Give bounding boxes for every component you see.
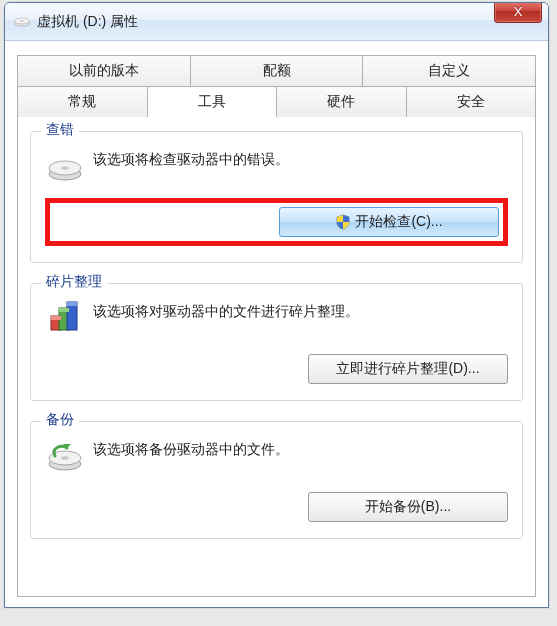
drive-check-icon (45, 144, 85, 184)
titlebar: 虚拟机 (D:) 属性 X (5, 3, 548, 41)
drive-icon (13, 15, 31, 29)
tab-tools[interactable]: 工具 (147, 86, 278, 118)
svg-rect-10 (59, 308, 69, 312)
tab-row-upper: 以前的版本 配额 自定义 (17, 55, 536, 87)
start-backup-button[interactable]: 开始备份(B)... (308, 492, 508, 522)
group-defrag: 碎片整理 该选项将对驱动器中的文件进行 (30, 283, 523, 401)
tab-security[interactable]: 安全 (406, 86, 537, 118)
group-backup: 备份 该选项将备份驱动器中的文件。 (30, 421, 523, 539)
backup-icon (45, 434, 85, 474)
button-label: 开始检查(C)... (355, 213, 442, 231)
window-title: 虚拟机 (D:) 属性 (37, 13, 138, 31)
close-icon: X (514, 4, 523, 19)
highlight-annotation: 开始检查(C)... (45, 198, 508, 246)
button-label: 开始备份(B)... (365, 498, 451, 516)
close-button[interactable]: X (494, 2, 542, 23)
group-legend: 备份 (41, 411, 79, 429)
start-check-button[interactable]: 开始检查(C)... (279, 207, 499, 237)
tabs: 以前的版本 配额 自定义 常规 工具 硬件 安全 查错 (17, 55, 536, 597)
group-desc: 该选项将备份驱动器中的文件。 (93, 440, 289, 460)
svg-point-14 (61, 456, 69, 460)
svg-point-5 (61, 166, 69, 170)
group-legend: 查错 (41, 121, 79, 139)
group-legend: 碎片整理 (41, 273, 107, 291)
group-error-checking: 查错 该选项将检查驱动器中的错误。 (30, 131, 523, 263)
svg-point-2 (20, 20, 25, 22)
tab-panel-tools: 查错 该选项将检查驱动器中的错误。 (17, 117, 536, 597)
tab-customize[interactable]: 自定义 (362, 55, 536, 87)
svg-rect-8 (67, 302, 77, 330)
tab-previous-versions[interactable]: 以前的版本 (17, 55, 191, 87)
defrag-icon (45, 296, 85, 336)
defrag-now-button[interactable]: 立即进行碎片整理(D)... (308, 354, 508, 384)
tab-general[interactable]: 常规 (17, 86, 148, 118)
group-desc: 该选项将检查驱动器中的错误。 (93, 150, 289, 170)
button-label: 立即进行碎片整理(D)... (336, 360, 479, 378)
tab-quota[interactable]: 配额 (190, 55, 364, 87)
svg-rect-11 (67, 302, 77, 306)
content-area: 以前的版本 配额 自定义 常规 工具 硬件 安全 查错 (5, 41, 548, 607)
tab-row-lower: 常规 工具 硬件 安全 (17, 86, 536, 118)
uac-shield-icon (335, 214, 351, 230)
tab-hardware[interactable]: 硬件 (276, 86, 407, 118)
group-desc: 该选项将对驱动器中的文件进行碎片整理。 (93, 302, 359, 322)
svg-rect-9 (51, 316, 61, 320)
properties-window: 虚拟机 (D:) 属性 X 以前的版本 配额 自定义 常规 工具 硬件 安全 查… (4, 2, 549, 608)
